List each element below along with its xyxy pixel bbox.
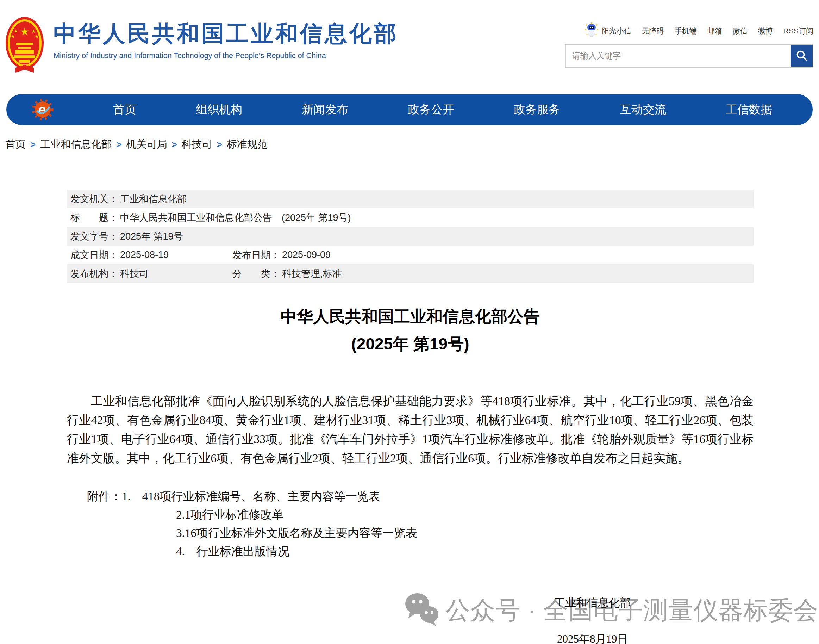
meta-value: 科技司 [120,267,148,280]
breadcrumb-separator: > [171,139,177,150]
top-link-weibo[interactable]: 微博 [758,26,773,36]
svg-text:★: ★ [20,26,29,37]
meta-row-publisher-category: 发布机构： 科技司 分 类： 科技管理,标准 [67,264,753,283]
document-date: 2025年8月19日 [557,632,628,644]
nav-item-gov-services[interactable]: 政务服务 [514,102,560,118]
document-signature: 工业和信息化部 [554,595,631,610]
svg-text:★: ★ [11,34,15,39]
search-box [565,44,813,67]
top-link-mobile[interactable]: 手机端 [675,26,697,36]
attachments-label: 附件： [87,487,122,506]
svg-text:★: ★ [14,29,18,34]
search-button[interactable] [791,45,813,67]
meta-row-doc-number: 发文字号： 2025年 第19号 [67,227,753,245]
top-link-mail[interactable]: 邮箱 [707,26,722,36]
breadcrumb-separator: > [116,139,121,150]
site-header: ★ ★ ★ ★ ★ 中华人民共和国工业和信息化部 Ministry of Ind… [0,0,819,94]
meta-label: 发文机关： [70,193,118,205]
breadcrumb-science-tech-dept[interactable]: 科技司 [182,137,212,152]
attachment-item-3: 3.16项行业标准外文版名称及主要内容等一览表 [87,524,417,542]
attachment-item-1: 1. 418项行业标准编号、名称、主要内容等一览表 [122,487,380,506]
breadcrumb: 首页 > 工业和信息化部 > 机关司局 > 科技司 > 标准规范 [5,137,268,152]
top-link-rss[interactable]: RSS订阅 [784,26,813,36]
nav-item-gov-affairs[interactable]: 政务公开 [408,102,454,118]
search-icon [795,49,808,63]
document-title-line1: 中华人民共和国工业和信息化部公告 [67,304,753,329]
miit-gear-logo-icon[interactable]: e [32,99,54,121]
breadcrumb-departments[interactable]: 机关司局 [126,137,167,152]
site-title-cn: 中华人民共和国工业和信息化部 [54,18,399,49]
robot-icon [584,22,599,40]
breadcrumb-miit[interactable]: 工业和信息化部 [40,137,112,152]
meta-label: 标 题： [70,212,118,224]
breadcrumb-home[interactable]: 首页 [5,137,26,152]
top-links: 阳光小信 无障碍 手机端 邮箱 微信 微博 RSS订阅 [584,22,813,40]
meta-value: 2025年 第19号 [120,230,183,243]
breadcrumb-separator: > [217,139,222,150]
attachments-list: 附件： 1. 418项行业标准编号、名称、主要内容等一览表 2.1项行业标准修改… [87,487,417,561]
top-link-assistant[interactable]: 阳光小信 [602,26,631,36]
main-nav: e 首页 组织机构 新闻发布 政务公开 政务服务 互动交流 工信数据 [6,94,813,125]
attachment-item-2: 2.1项行业标准修改单 [87,506,417,524]
attachment-item-4: 4. 行业标准出版情况 [87,542,417,561]
site-title-block: 中华人民共和国工业和信息化部 Ministry of Industry and … [54,18,399,60]
svg-text:e: e [38,102,46,117]
meta-label: 成文日期： [70,249,118,261]
search-input[interactable] [566,45,794,67]
meta-row-dates: 成文日期： 2025-08-19 发布日期： 2025-09-09 [67,245,753,264]
nav-item-home[interactable]: 首页 [113,102,136,118]
meta-label: 发布机构： [70,267,118,280]
svg-text:★: ★ [35,34,39,39]
national-emblem-icon: ★ ★ ★ ★ ★ [5,16,44,75]
nav-item-data[interactable]: 工信数据 [726,102,772,118]
document-title-block: 中华人民共和国工业和信息化部公告 (2025年 第19号) [67,304,753,357]
meta-row-issuing-authority: 发文机关： 工业和信息化部 [67,190,753,208]
nav-item-news[interactable]: 新闻发布 [302,102,348,118]
top-link-wechat[interactable]: 微信 [733,26,747,36]
breadcrumb-standards[interactable]: 标准规范 [227,137,268,152]
document-meta-table: 发文机关： 工业和信息化部 标 题： 中华人民共和国工业和信息化部公告 (202… [67,190,753,283]
meta-value: 工业和信息化部 [120,193,187,205]
breadcrumb-separator: > [30,139,35,150]
wechat-icon [403,590,440,630]
document-paragraph: 工业和信息化部批准《面向人脸识别系统的人脸信息保护基础能力要求》等418项行业标… [67,392,753,468]
nav-item-interaction[interactable]: 互动交流 [620,102,666,118]
watermark-text: 公众号 · 全国电子测量仪器标委会 [445,591,818,630]
site-title-en: Ministry of Industry and Information Tec… [54,51,399,60]
meta-label: 发布日期： [233,249,280,261]
meta-label: 分 类： [233,267,280,280]
meta-value: 科技管理,标准 [282,267,342,280]
top-link-accessibility[interactable]: 无障碍 [642,26,664,36]
meta-value: 中华人民共和国工业和信息化部公告 (2025年 第19号) [120,212,351,224]
document-title-line2: (2025年 第19号) [67,331,753,357]
nav-item-organization[interactable]: 组织机构 [196,102,242,118]
meta-label: 发文字号： [70,230,118,243]
meta-value: 2025-08-19 [120,250,168,260]
meta-value: 2025-09-09 [282,250,331,260]
svg-text:★: ★ [31,29,35,34]
assistant-link[interactable]: 阳光小信 [584,22,631,40]
meta-row-title: 标 题： 中华人民共和国工业和信息化部公告 (2025年 第19号) [67,208,753,227]
